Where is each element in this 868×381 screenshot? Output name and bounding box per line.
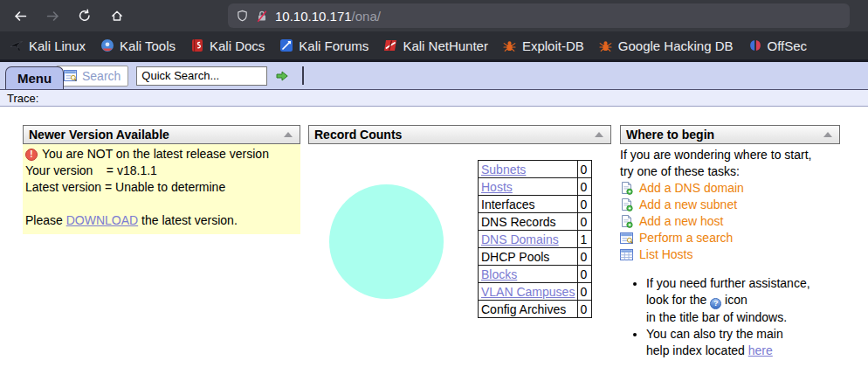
download-line: Please DOWNLOAD the latest version. xyxy=(25,212,298,229)
search-button[interactable]: Search xyxy=(56,66,128,87)
offsec-icon xyxy=(748,38,762,52)
collapse-icon[interactable] xyxy=(595,132,603,137)
panel-title: Where to begin xyxy=(626,128,714,142)
bookmark-kali-nethunter[interactable]: Kali NetHunter xyxy=(383,38,488,53)
panel-where-to-begin-header: Where to begin xyxy=(620,125,840,144)
kali-tools-icon xyxy=(100,38,114,52)
record-count-value: 0 xyxy=(578,248,592,266)
download-link[interactable]: DOWNLOAD xyxy=(66,213,138,227)
table-row: DHCP Pools0 xyxy=(479,248,592,266)
panel-title: Newer Version Available xyxy=(29,128,169,142)
record-link-vlan-campuses[interactable]: VLAN Campuses xyxy=(481,285,575,299)
record-count-value: 0 xyxy=(578,213,592,231)
bookmark-kali-docs[interactable]: Kali Docs xyxy=(190,38,265,53)
record-link-hosts[interactable]: Hosts xyxy=(481,180,513,194)
toolbar-separator xyxy=(302,66,304,85)
shield-icon[interactable] xyxy=(236,10,249,23)
panel-record-counts-header: Record Counts xyxy=(308,125,611,144)
reload-icon[interactable] xyxy=(72,3,98,29)
task-list: Add a DNS domainAdd a new subnetAdd a ne… xyxy=(620,180,840,263)
bookmark-label: OffSec xyxy=(768,38,808,53)
record-link-blocks[interactable]: Blocks xyxy=(481,267,517,281)
bullet-assistance: If you need further assistance, look for… xyxy=(646,275,840,326)
menu-button[interactable]: Menu xyxy=(5,66,64,89)
url-bar[interactable]: 10.10.10.171/ona/ xyxy=(228,3,850,28)
table-row: Config Archives0 xyxy=(479,301,592,318)
bookmark-label: Kali Tools xyxy=(120,38,176,53)
quick-search-input[interactable] xyxy=(136,66,267,86)
bookmark-exploit-db[interactable]: Exploit-DB xyxy=(503,38,584,53)
version-body: ! You are NOT on the latest release vers… xyxy=(23,144,300,234)
bookmark-kali-linux[interactable]: Kali Linux xyxy=(10,38,86,53)
record-link-subnets[interactable]: Subnets xyxy=(481,163,526,177)
record-count-value: 1 xyxy=(578,231,592,248)
search-form-icon xyxy=(620,232,633,245)
kali-docs-icon xyxy=(190,38,204,52)
begin-body: If you are wondering where to start, try… xyxy=(620,144,840,359)
collapse-icon[interactable] xyxy=(284,132,293,137)
bookmark-offsec[interactable]: OffSec xyxy=(748,38,808,53)
search-form-icon xyxy=(64,70,77,81)
task-row: Add a new subnet xyxy=(620,197,840,213)
record-counts-table: Subnets0Hosts0Interfaces0DNS Records0DNS… xyxy=(478,160,592,318)
bookmark-label: Kali Forums xyxy=(299,38,369,53)
back-icon[interactable] xyxy=(7,3,33,29)
collapse-icon[interactable] xyxy=(823,132,832,137)
table-icon xyxy=(620,248,633,261)
kali-nethunter-icon xyxy=(383,38,397,52)
bookmark-kali-forums[interactable]: Kali Forums xyxy=(279,38,369,53)
begin-intro-line2: try one of these tasks: xyxy=(620,163,840,180)
panel-where-to-begin: Where to begin If you are wondering wher… xyxy=(620,125,840,359)
record-label-dns-records: DNS Records xyxy=(481,215,556,229)
table-row: Blocks0 xyxy=(479,266,592,283)
insecure-lock-icon[interactable] xyxy=(256,10,268,23)
bookmark-label: Kali NetHunter xyxy=(403,38,488,53)
version-warning-text: You are NOT on the latest release versio… xyxy=(42,146,269,163)
ona-page: Menu Search Trace: Newer Version Availab… xyxy=(0,59,868,381)
record-label-dhcp-pools: DHCP Pools xyxy=(481,250,549,264)
begin-intro-line1: If you are wondering where to start, xyxy=(620,147,840,163)
page-add-icon xyxy=(620,198,633,211)
task-link-add-a-dns-domain[interactable]: Add a DNS domain xyxy=(639,180,744,197)
panel-title: Record Counts xyxy=(314,128,402,142)
bookmark-label: Kali Docs xyxy=(210,38,265,53)
record-label-interfaces: Interfaces xyxy=(481,197,534,211)
bug-icon xyxy=(503,38,517,52)
panel-newer-version-header: Newer Version Available xyxy=(23,125,300,144)
task-link-add-a-new-host[interactable]: Add a new host xyxy=(639,213,724,230)
home-icon[interactable] xyxy=(104,3,130,29)
table-row: Subnets0 xyxy=(479,161,592,178)
record-count-value: 0 xyxy=(578,161,592,178)
page-add-icon xyxy=(620,182,633,195)
record-link-dns-domains[interactable]: DNS Domains xyxy=(481,232,559,246)
help-index-here-link[interactable]: here xyxy=(748,343,773,357)
bookmark-google-hacking-db[interactable]: Google Hacking DB xyxy=(599,38,734,53)
your-version-line: Your version = v18.1.1 xyxy=(25,163,298,179)
bookmarks-bar: Kali LinuxKali ToolsKali DocsKali Forums… xyxy=(0,31,868,59)
page-add-icon xyxy=(620,215,633,228)
bookmark-kali-tools[interactable]: Kali Tools xyxy=(100,38,176,53)
table-row: DNS Domains1 xyxy=(479,231,592,248)
record-count-value: 0 xyxy=(578,283,592,301)
latest-version-line: Latest version = Unable to determine xyxy=(25,179,298,196)
table-row: Hosts0 xyxy=(479,178,592,196)
task-link-list-hosts[interactable]: List Hosts xyxy=(639,246,692,263)
go-arrow-icon[interactable] xyxy=(275,70,289,82)
record-count-value: 0 xyxy=(578,196,592,213)
record-count-value: 0 xyxy=(578,301,592,318)
record-count-value: 0 xyxy=(578,178,592,196)
forward-icon[interactable] xyxy=(39,3,65,29)
table-row: DNS Records0 xyxy=(479,213,592,231)
task-link-perform-a-search[interactable]: Perform a search xyxy=(639,230,733,246)
table-row: Interfaces0 xyxy=(479,196,592,213)
bug-icon xyxy=(599,38,613,52)
help-icon: ? xyxy=(710,298,721,309)
panel-newer-version: Newer Version Available ! You are NOT on… xyxy=(23,125,300,234)
bookmark-label: Exploit-DB xyxy=(522,38,584,53)
panel-record-counts: Record Counts Subnets0Hosts0Interfaces0D… xyxy=(308,125,611,354)
table-row: VLAN Campuses0 xyxy=(479,283,592,301)
record-counts-pie-chart xyxy=(329,184,444,299)
trace-bar: Trace: xyxy=(0,90,868,107)
url-path: /ona/ xyxy=(352,9,381,24)
task-link-add-a-new-subnet[interactable]: Add a new subnet xyxy=(639,197,737,213)
